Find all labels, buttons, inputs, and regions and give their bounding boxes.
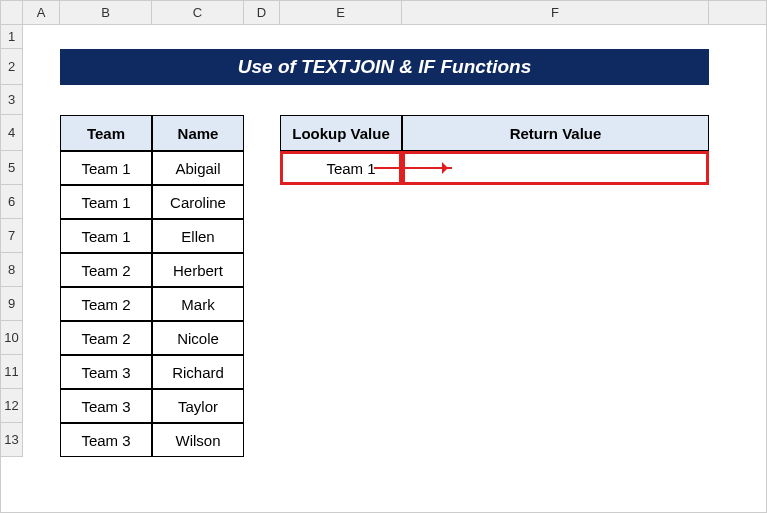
col-header-D[interactable]: D bbox=[244, 1, 280, 24]
table2-header-lookup: Lookup Value bbox=[280, 115, 402, 151]
row-header-12[interactable]: 12 bbox=[1, 389, 22, 423]
table2-header-return: Return Value bbox=[402, 115, 709, 151]
row-header-7[interactable]: 7 bbox=[1, 219, 22, 253]
row-header-8[interactable]: 8 bbox=[1, 253, 22, 287]
row-header-11[interactable]: 11 bbox=[1, 355, 22, 389]
row-header-4[interactable]: 4 bbox=[1, 115, 22, 151]
table-cell: Team 3 bbox=[60, 355, 152, 389]
table-cell: Wilson bbox=[152, 423, 244, 457]
table-cell: Mark bbox=[152, 287, 244, 321]
table-cell: Ellen bbox=[152, 219, 244, 253]
table-cell: Team 1 bbox=[60, 185, 152, 219]
col-header-F[interactable]: F bbox=[402, 1, 709, 24]
row-header-13[interactable]: 13 bbox=[1, 423, 22, 457]
row-header-5[interactable]: 5 bbox=[1, 151, 22, 185]
table-cell: Caroline bbox=[152, 185, 244, 219]
table-cell: Team 2 bbox=[60, 321, 152, 355]
cell-grid[interactable]: Use of TEXTJOIN & IF Functions Team Name… bbox=[23, 25, 766, 512]
col-header-E[interactable]: E bbox=[280, 1, 402, 24]
table1-header-name: Name bbox=[152, 115, 244, 151]
row-header-3[interactable]: 3 bbox=[1, 85, 22, 115]
row-headers: 12345678910111213 bbox=[1, 25, 23, 457]
table-cell: Richard bbox=[152, 355, 244, 389]
spreadsheet: ABCDEF 12345678910111213 Use of TEXTJOIN… bbox=[0, 0, 767, 513]
table-cell: Abigail bbox=[152, 151, 244, 185]
table-cell: Team 1 bbox=[60, 151, 152, 185]
table-cell: Taylor bbox=[152, 389, 244, 423]
select-all-corner[interactable] bbox=[1, 1, 23, 25]
page-title: Use of TEXTJOIN & IF Functions bbox=[60, 49, 709, 85]
col-header-C[interactable]: C bbox=[152, 1, 244, 24]
table-cell: Team 1 bbox=[60, 219, 152, 253]
table-cell: Herbert bbox=[152, 253, 244, 287]
table-cell: Team 3 bbox=[60, 389, 152, 423]
arrow-annotation bbox=[374, 167, 452, 169]
col-header-A[interactable]: A bbox=[23, 1, 60, 24]
table-cell: Team 2 bbox=[60, 253, 152, 287]
row-header-1[interactable]: 1 bbox=[1, 25, 22, 49]
column-headers: ABCDEF bbox=[23, 1, 766, 25]
col-header-B[interactable]: B bbox=[60, 1, 152, 24]
table-cell: Team 3 bbox=[60, 423, 152, 457]
table-cell: Nicole bbox=[152, 321, 244, 355]
table-cell: Team 2 bbox=[60, 287, 152, 321]
row-header-6[interactable]: 6 bbox=[1, 185, 22, 219]
row-header-9[interactable]: 9 bbox=[1, 287, 22, 321]
row-header-2[interactable]: 2 bbox=[1, 49, 22, 85]
table1-header-team: Team bbox=[60, 115, 152, 151]
row-header-10[interactable]: 10 bbox=[1, 321, 22, 355]
